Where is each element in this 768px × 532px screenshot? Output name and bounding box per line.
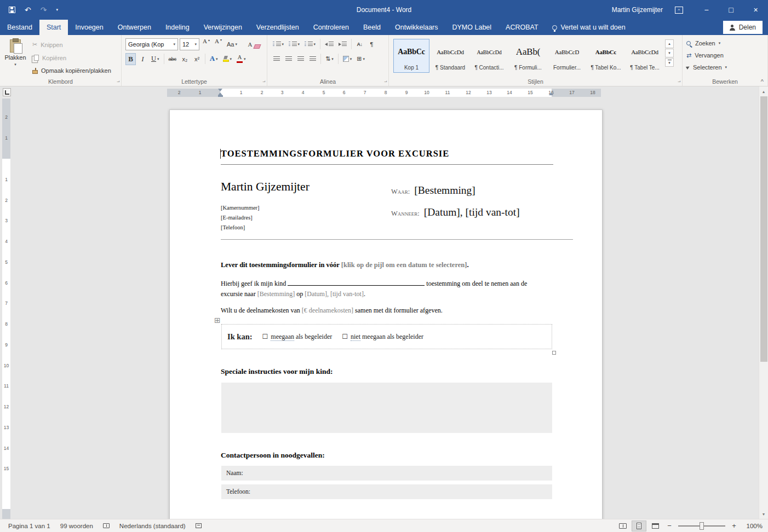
horizontal-ruler[interactable]: 2 1 1 2 3 4 5 6 7 8 9 10 11 12 13 14 15 … xyxy=(167,89,601,97)
font-name-select[interactable]: Georgia (Kop ▾ xyxy=(125,38,178,50)
italic-button[interactable]: I xyxy=(137,53,148,65)
scrollbar-thumb[interactable] xyxy=(760,96,767,362)
bold-button[interactable]: B xyxy=(125,53,136,65)
document-page[interactable]: TOESTEMMINGSFORMULIER VOOR EXCURSIE Mart… xyxy=(169,109,603,519)
paste-button[interactable]: Plakken ▾ xyxy=(1,37,30,77)
format-painter-button[interactable]: Opmaak kopiëren/plakken xyxy=(30,65,114,77)
deadline-date-placeholder[interactable]: [klik op de pijl om een datum te selecte… xyxy=(341,261,467,269)
scroll-up-icon[interactable]: ▲ xyxy=(759,87,768,96)
proofing-status[interactable] xyxy=(98,519,114,532)
table-resize-handle[interactable] xyxy=(552,351,556,355)
paragraph-dialog-launcher-icon[interactable]: ⌐ xyxy=(384,79,387,84)
superscript-button[interactable]: x² xyxy=(192,53,202,65)
macro-recording[interactable] xyxy=(191,519,207,532)
font-dialog-launcher-icon[interactable]: ⌐ xyxy=(262,79,265,84)
underline-button[interactable]: U ▾ xyxy=(150,53,161,65)
zoom-out-button[interactable]: − xyxy=(664,522,674,530)
phone-number[interactable]: [Telefoon] xyxy=(221,224,245,230)
read-mode-button[interactable] xyxy=(615,521,630,531)
subscript-button[interactable]: x₂ xyxy=(180,53,190,65)
tab-bestand[interactable]: Bestand xyxy=(0,20,39,35)
show-paragraph-marks-button[interactable]: ¶ xyxy=(366,38,377,50)
select-button[interactable]: Selecteren ▾ xyxy=(684,61,766,73)
word-count[interactable]: 99 woorden xyxy=(55,519,98,532)
tab-invoegen[interactable]: Invoegen xyxy=(68,20,110,35)
datetime-placeholder[interactable]: [Datum], [tijd van-tot] xyxy=(305,290,364,298)
zoom-in-button[interactable]: + xyxy=(729,522,739,530)
zoom-percentage[interactable]: 100% xyxy=(741,523,763,529)
style-contact[interactable]: AaBbCcDd ¶ Contacti... xyxy=(471,39,507,73)
tab-start[interactable]: Start xyxy=(39,20,68,35)
text-effects-button[interactable]: A ▾ xyxy=(208,53,220,65)
instructions-input-area[interactable] xyxy=(221,383,552,433)
web-layout-button[interactable] xyxy=(648,521,663,531)
when-placeholder[interactable]: [Datum], [tijd van-tot] xyxy=(424,206,520,218)
clipboard-dialog-launcher-icon[interactable]: ⌐ xyxy=(117,79,119,84)
style-kop1[interactable]: AaBbCc Kop 1 xyxy=(393,39,429,73)
option-meegaan[interactable]: ☐ meegaan als begeleider xyxy=(262,333,333,341)
style-standaard[interactable]: AaBbCcDd ¶ Standaard xyxy=(432,39,468,73)
justify-button[interactable] xyxy=(307,53,318,65)
ribbon-display-options-icon[interactable]: ^ xyxy=(675,7,683,14)
child-name-blank[interactable] xyxy=(288,280,425,286)
zoom-slider[interactable] xyxy=(678,525,725,527)
tab-controleren[interactable]: Controleren xyxy=(306,20,356,35)
minimize-button[interactable]: − xyxy=(694,0,719,20)
copy-button[interactable]: Kopiëren xyxy=(30,52,114,64)
undo-icon[interactable]: ↶ xyxy=(25,6,31,14)
vertical-ruler[interactable]: 2 1 1 2 3 4 5 6 7 8 9 10 11 12 13 14 15 xyxy=(2,99,10,519)
room-number[interactable]: [Kamernummer] xyxy=(221,205,260,211)
vertical-scrollbar[interactable]: ▲ ▼ xyxy=(759,86,768,519)
left-indent-marker[interactable] xyxy=(218,95,223,97)
redo-icon[interactable]: ↷ xyxy=(41,6,47,14)
styles-scroll-down-button[interactable]: ▾ xyxy=(665,49,674,57)
change-case-button[interactable]: Aa ▾ xyxy=(225,38,239,50)
where-placeholder[interactable]: [Bestemming] xyxy=(414,184,475,196)
share-button[interactable]: Delen xyxy=(723,21,763,34)
page-indicator[interactable]: Pagina 1 van 1 xyxy=(3,519,55,532)
shrink-font-button[interactable]: A ▾ xyxy=(213,38,223,50)
account-name[interactable]: Martin Gijzemijter xyxy=(612,6,663,14)
style-tabel-kop[interactable]: AaBbCc ¶ Tabel Ko... xyxy=(588,39,624,73)
strikethrough-button[interactable]: abc xyxy=(167,53,178,65)
find-button[interactable]: Zoeken ▾ xyxy=(684,37,766,49)
style-formulier[interactable]: AaBbCcD Formulier... xyxy=(549,39,585,73)
bullets-button[interactable]: ▾ xyxy=(271,38,285,50)
tab-verzendlijsten[interactable]: Verzendlijsten xyxy=(249,20,306,35)
phone-field[interactable]: Telefoon: xyxy=(221,484,552,499)
increase-indent-button[interactable] xyxy=(337,38,349,50)
replace-button[interactable]: ⇄ Vervangen xyxy=(684,49,766,61)
tell-me-box[interactable]: Vertel wat u wilt doen xyxy=(546,20,632,35)
tab-stop-selector[interactable] xyxy=(3,88,11,96)
styles-dialog-launcher-icon[interactable]: ⌐ xyxy=(678,79,680,84)
styles-scroll-up-button[interactable]: ▴ xyxy=(665,39,674,48)
email-address[interactable]: [E-mailadres] xyxy=(221,215,253,221)
sort-button[interactable]: A↓ xyxy=(354,38,365,50)
align-right-button[interactable] xyxy=(295,53,306,65)
align-left-button[interactable] xyxy=(271,53,282,65)
option-niet-meegaan[interactable]: ☐ niet meegaan als begeleider xyxy=(342,333,423,341)
style-tabel-tekst[interactable]: AaBbCcDd ¶ Tabel Te... xyxy=(627,39,663,73)
checkbox-icon[interactable]: ☐ xyxy=(262,333,268,341)
table-move-handle-icon[interactable]: ⊞ xyxy=(214,316,221,324)
tab-ontwikkelaars[interactable]: Ontwikkelaars xyxy=(388,20,445,35)
fee-placeholder[interactable]: [€ deelnamekosten] xyxy=(302,307,353,314)
zoom-slider-thumb[interactable] xyxy=(700,522,704,530)
font-size-select[interactable]: 12 ▾ xyxy=(180,38,199,50)
save-icon[interactable] xyxy=(9,7,15,13)
tab-acrobat[interactable]: ACROBAT xyxy=(498,20,546,35)
font-color-button[interactable]: A ▾ xyxy=(235,53,248,65)
grow-font-button[interactable]: A ▴ xyxy=(201,38,211,50)
tab-indeling[interactable]: Indeling xyxy=(158,20,197,35)
align-center-button[interactable] xyxy=(283,53,294,65)
collapse-ribbon-icon[interactable]: ^ xyxy=(761,79,764,85)
language-indicator[interactable]: Nederlands (standaard) xyxy=(114,519,191,532)
tab-beeld[interactable]: Beeld xyxy=(356,20,388,35)
close-button[interactable]: × xyxy=(743,0,768,20)
borders-button[interactable]: ⊞ ▾ xyxy=(355,53,366,65)
multilevel-list-button[interactable]: ▾ xyxy=(303,38,317,50)
line-spacing-button[interactable]: ⇅ ▾ xyxy=(324,53,335,65)
cut-button[interactable]: ✂ Knippen xyxy=(30,39,114,51)
tab-dymo-label[interactable]: DYMO Label xyxy=(445,20,499,35)
clear-formatting-button[interactable]: A xyxy=(245,38,255,50)
